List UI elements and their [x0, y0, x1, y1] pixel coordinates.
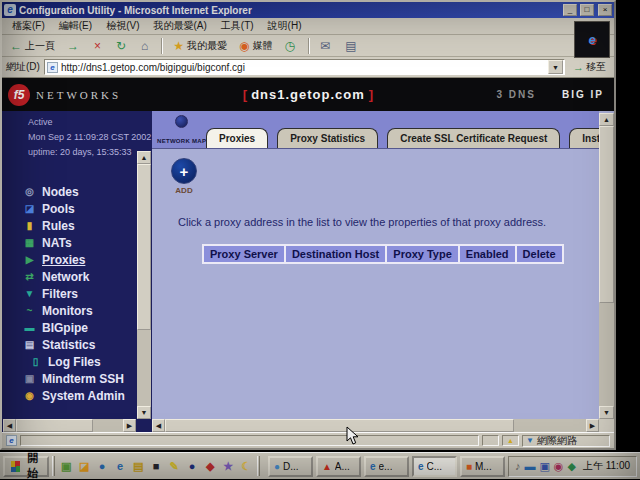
- quick-launch-icon[interactable]: e: [112, 458, 128, 474]
- sidebar-item[interactable]: ~ Monitors: [23, 302, 132, 319]
- tray-icon[interactable]: ▬: [524, 460, 535, 473]
- toolbar-button[interactable]: ◷: [281, 36, 302, 55]
- menu-item[interactable]: 我的最愛(A): [147, 18, 212, 34]
- scrollbar-thumb[interactable]: [165, 419, 514, 432]
- toolbar-icon: ←: [10, 39, 22, 53]
- tray-icon[interactable]: ▣: [539, 460, 549, 473]
- address-dropdown-button[interactable]: ▼: [548, 60, 563, 74]
- menu-item[interactable]: 說明(H): [262, 18, 308, 34]
- browser-toolbar: ← 上一頁 → × ↻ ⌂ ★ 我的最愛 ◉ 媒體 ◷: [2, 35, 614, 57]
- banner-nav-item[interactable]: 3 DNS: [497, 89, 536, 100]
- tray-icon[interactable]: ◉: [554, 460, 564, 473]
- network-map-button[interactable]: NETWORK MAP: [157, 115, 205, 147]
- tab[interactable]: Create SSL Certificate Request: [387, 128, 560, 148]
- quick-launch-icon[interactable]: ●: [94, 458, 110, 474]
- task-button[interactable]: e C...: [412, 456, 457, 477]
- go-button[interactable]: → 移至: [569, 59, 610, 75]
- network-map-label: NETWORK MAP: [157, 138, 206, 144]
- toolbar-button[interactable]: ⌂: [137, 36, 155, 55]
- sidebar-item[interactable]: ⇄ Network: [23, 268, 132, 285]
- quick-launch-icon[interactable]: ☾: [238, 458, 254, 474]
- quick-launch-icon[interactable]: ●: [184, 458, 200, 474]
- toolbar-button[interactable]: ◉ 媒體: [235, 36, 276, 55]
- tab[interactable]: Install SSL Certifi: [569, 128, 599, 148]
- tray-icon[interactable]: ◆: [567, 460, 575, 473]
- quick-launch-icon[interactable]: ■: [148, 458, 164, 474]
- main-vscrollbar[interactable]: ▲ ▼: [599, 113, 614, 419]
- title-bar[interactable]: e Configuration Utility - Microsoft Inte…: [2, 2, 614, 18]
- quick-launch-icon[interactable]: ✎: [166, 458, 182, 474]
- scroll-up-button[interactable]: ▲: [599, 113, 614, 126]
- address-value[interactable]: http://dns1.getop.com/bigipgui/bigconf.c…: [61, 62, 545, 73]
- menu-item[interactable]: 檢視(V): [100, 18, 145, 34]
- toolbar-button[interactable]: ×: [90, 36, 108, 55]
- sidebar-item[interactable]: ◪ Pools: [23, 200, 132, 217]
- toolbar-button[interactable]: ← 上一頁: [6, 36, 59, 55]
- proxy-table-header-cell[interactable]: Destination Host: [284, 244, 387, 264]
- sidebar-item[interactable]: ▬ BIGpipe: [23, 319, 132, 336]
- scroll-right-button[interactable]: ▶: [586, 419, 599, 432]
- quick-launch-icon[interactable]: ▤: [130, 458, 146, 474]
- sidebar-item[interactable]: ▶ Proxies: [23, 251, 132, 268]
- scroll-down-button[interactable]: ▼: [137, 406, 151, 419]
- task-button[interactable]: ■ M...: [460, 456, 505, 477]
- sidebar-item[interactable]: ▮ Rules: [23, 217, 132, 234]
- sidebar-item[interactable]: ▦ NATs: [23, 234, 132, 251]
- sidebar-item[interactable]: ◎ Nodes: [23, 183, 132, 200]
- ie-throbber: e: [574, 21, 610, 58]
- quick-launch-icon[interactable]: ▣: [58, 458, 74, 474]
- banner-nav-item[interactable]: BIG IP: [562, 89, 604, 100]
- main-hscrollbar[interactable]: ◀ ▶: [152, 419, 599, 432]
- scroll-left-button[interactable]: ◀: [3, 419, 16, 432]
- sidebar-item[interactable]: ◉ System Admin: [23, 387, 132, 404]
- tab[interactable]: Proxies: [206, 128, 268, 148]
- sidebar-item-icon: ▤: [23, 339, 36, 350]
- task-button[interactable]: e e...: [364, 456, 409, 477]
- task-button[interactable]: ▲ A...: [316, 456, 361, 477]
- proxy-table-header-cell[interactable]: Delete: [515, 244, 564, 264]
- sidebar-item[interactable]: ▤ Statistics: [23, 336, 132, 353]
- proxy-table-header-cell[interactable]: Enabled: [458, 244, 517, 264]
- close-button[interactable]: ×: [598, 4, 612, 16]
- quick-launch-icon[interactable]: ◪: [76, 458, 92, 474]
- task-buttons: ● D... ▲ A... e e... e C... ■ M...: [268, 456, 505, 477]
- start-label: 開始: [24, 451, 41, 480]
- toolbar-button[interactable]: ▤: [341, 36, 363, 55]
- sidebar-item[interactable]: ▯ Log Files: [23, 353, 132, 370]
- menu-item[interactable]: 檔案(F): [6, 18, 51, 34]
- add-button[interactable]: + ADD: [166, 158, 202, 195]
- quick-launch-icon[interactable]: ★: [220, 458, 236, 474]
- sidebar-vscrollbar[interactable]: ▲ ▼: [137, 151, 151, 419]
- minimize-button[interactable]: _: [563, 4, 577, 16]
- address-input[interactable]: e http://dns1.getop.com/bigipgui/bigconf…: [44, 59, 565, 75]
- scroll-left-button[interactable]: ◀: [152, 419, 165, 432]
- scroll-up-button[interactable]: ▲: [137, 151, 151, 164]
- proxy-table-header-cell[interactable]: Proxy Server: [202, 244, 286, 264]
- toolbar-button[interactable]: [161, 38, 163, 54]
- scrollbar-thumb[interactable]: [599, 126, 614, 303]
- toolbar-button[interactable]: [308, 38, 310, 54]
- sidebar-hscrollbar[interactable]: ◀ ▶: [3, 419, 136, 432]
- toolbar-button[interactable]: ★ 我的最愛: [169, 36, 231, 55]
- sidebar-item[interactable]: ▣ Mindterm SSH: [23, 370, 132, 387]
- sidebar-status: Active Mon Sep 2 11:09:28 CST 2002 uptim…: [28, 115, 151, 160]
- toolbar-button[interactable]: ✉: [316, 36, 337, 55]
- toolbar-button[interactable]: →: [63, 36, 86, 55]
- toolbar-button[interactable]: ↻: [112, 36, 133, 55]
- status-pane: [482, 435, 499, 446]
- start-button[interactable]: 開始: [3, 456, 49, 477]
- scrollbar-thumb[interactable]: [137, 164, 151, 330]
- tray-icon[interactable]: ♪: [515, 460, 521, 473]
- menu-item[interactable]: 工具(T): [215, 18, 260, 34]
- task-button[interactable]: ● D...: [268, 456, 313, 477]
- scroll-down-button[interactable]: ▼: [599, 406, 614, 419]
- sidebar-item[interactable]: ▼ Filters: [23, 285, 132, 302]
- scroll-right-button[interactable]: ▶: [123, 419, 136, 432]
- maximize-button[interactable]: □: [580, 4, 594, 16]
- taskbar-clock[interactable]: 上午 11:00: [583, 459, 630, 473]
- menu-item[interactable]: 編輯(E): [53, 18, 98, 34]
- quick-launch-icon[interactable]: ◆: [202, 458, 218, 474]
- tab[interactable]: Proxy Statistics: [277, 128, 378, 148]
- proxy-table-header-cell[interactable]: Proxy Type: [385, 244, 460, 264]
- scrollbar-thumb[interactable]: [16, 419, 93, 432]
